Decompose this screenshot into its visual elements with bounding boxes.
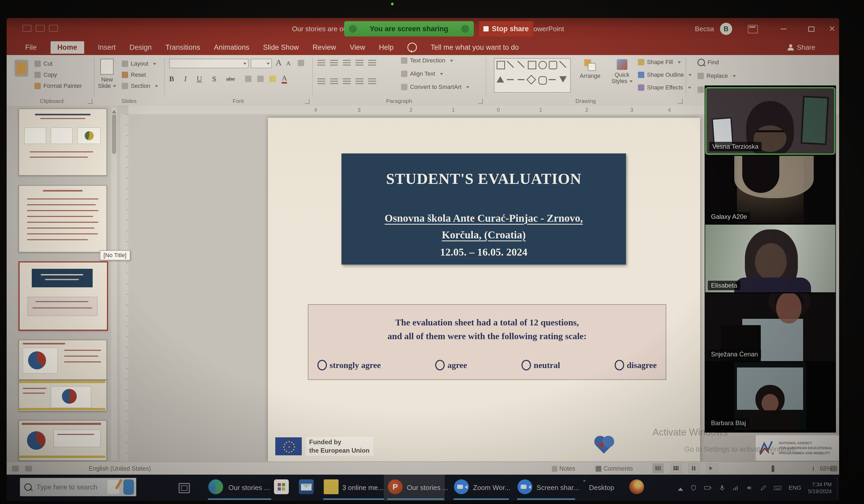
arrange-button[interactable]: Arrange — [580, 59, 600, 79]
slide-thumbnail-4[interactable] — [19, 340, 107, 380]
pen-icon[interactable] — [760, 484, 767, 491]
text-direction-button[interactable]: Text Direction — [401, 57, 453, 64]
zoom-workplace-label[interactable]: Zoom Wor... — [473, 475, 511, 501]
text-shadow-button[interactable]: S — [212, 75, 216, 83]
clear-format-icon[interactable] — [298, 60, 304, 66]
cut-button[interactable]: Cut — [34, 60, 52, 67]
desktop-toolbar[interactable]: Desktop — [589, 475, 614, 501]
meeting-notes-label[interactable]: 3 online me... — [342, 475, 384, 501]
participant-video[interactable]: Barbara Blaj — [705, 362, 836, 430]
align-left-icon[interactable] — [317, 78, 325, 85]
align-text-button[interactable]: Align Text — [401, 70, 443, 77]
restore-button[interactable] — [806, 24, 817, 33]
news-icon[interactable] — [123, 479, 134, 495]
align-right-icon[interactable] — [343, 78, 351, 85]
tab-transitions[interactable]: Transitions — [166, 44, 200, 52]
font-name-combobox[interactable] — [169, 59, 249, 68]
powerpoint-window-label[interactable]: Our stories ... — [407, 475, 448, 501]
shape-line-icon[interactable] — [507, 61, 514, 68]
stop-share-button[interactable]: Stop share — [479, 21, 533, 37]
tray-expand-icon[interactable] — [678, 485, 683, 491]
thumbnail-scrollbar[interactable] — [111, 107, 117, 460]
zoom-slider-thumb[interactable] — [772, 465, 774, 472]
tab-animations[interactable]: Animations — [214, 44, 249, 52]
language-button[interactable]: ENG — [789, 484, 801, 491]
sticky-notes-icon[interactable] — [324, 479, 338, 494]
clock[interactable]: 7:34 PM 5/19/2024 — [808, 481, 832, 495]
avatar[interactable]: B — [720, 23, 732, 35]
minimize-button[interactable] — [778, 24, 789, 33]
shape-effects-button[interactable]: Shape Effects — [638, 84, 691, 91]
shape-rectangle-icon[interactable] — [496, 61, 505, 69]
shield-icon[interactable] — [690, 484, 697, 491]
shape-arrow-icon[interactable] — [517, 61, 524, 68]
zoom-screenshare-icon[interactable] — [517, 479, 532, 494]
paste-button[interactable] — [14, 60, 28, 77]
normal-view-button[interactable] — [652, 464, 664, 473]
line-spacing-icon[interactable] — [368, 60, 376, 66]
rating-scale-box[interactable]: The evaluation sheet had a total of 12 q… — [308, 304, 666, 380]
tab-insert[interactable]: Insert — [98, 44, 116, 52]
new-slide-button[interactable]: New Slide — [98, 59, 116, 89]
shape-star-icon[interactable] — [559, 76, 567, 83]
spellcheck-icon[interactable] — [25, 466, 32, 471]
justify-icon[interactable] — [356, 78, 363, 85]
comments-button[interactable]: Comments — [596, 465, 633, 472]
bold-button[interactable]: B — [169, 75, 174, 83]
tab-design[interactable]: Design — [130, 44, 152, 52]
paragraph-dialog-launcher[interactable] — [478, 99, 483, 104]
redo-icon[interactable] — [49, 25, 58, 32]
scroll-up-arrow-icon[interactable] — [112, 108, 116, 113]
shapes-gallery[interactable] — [494, 58, 571, 93]
shape-scribble-icon[interactable] — [517, 76, 524, 83]
slideshow-view-button[interactable] — [707, 464, 718, 473]
tab-slide-show[interactable]: Slide Show — [263, 44, 299, 52]
find-button[interactable]: Find — [697, 59, 719, 66]
format-painter-button[interactable]: Format Painter — [34, 83, 82, 89]
drawing-dialog-launcher[interactable] — [678, 99, 683, 104]
microphone-icon[interactable] — [719, 484, 725, 491]
powerpoint-app-icon[interactable]: P — [388, 479, 403, 494]
zoom-mic-icon[interactable] — [349, 25, 357, 33]
shape-connector-icon[interactable] — [559, 61, 566, 68]
slide-title-box[interactable]: STUDENT'S EVALUATION Osnovna škola Ante … — [341, 153, 626, 265]
taskbar-search[interactable] — [20, 478, 136, 496]
slide-sorter-view-button[interactable] — [671, 464, 682, 473]
clipboard-dialog-launcher[interactable] — [88, 99, 92, 104]
slide[interactable]: STUDENT'S EVALUATION Osnovna škola Ante … — [268, 118, 700, 462]
decrease-font-icon[interactable]: A — [286, 60, 291, 67]
shape-oval-icon[interactable] — [538, 61, 547, 69]
close-button[interactable] — [827, 24, 837, 33]
align-center-icon[interactable] — [330, 78, 338, 85]
columns-icon[interactable] — [368, 78, 376, 85]
font-size-combobox[interactable] — [251, 59, 272, 68]
zoom-app-icon[interactable] — [454, 479, 469, 494]
bullets-icon[interactable] — [317, 60, 325, 66]
shape-blob-icon[interactable] — [538, 76, 547, 85]
strikethrough-button[interactable]: abc — [226, 75, 235, 83]
save-icon[interactable] — [23, 25, 32, 32]
slide-thumbnail-5[interactable] — [19, 380, 107, 411]
layout-button[interactable]: Layout — [122, 60, 156, 67]
store-app-icon[interactable] — [274, 479, 289, 494]
italic-button[interactable]: I — [184, 75, 187, 83]
screen-share-label[interactable]: Screen shar... — [537, 475, 579, 501]
tab-home[interactable]: Home — [50, 41, 84, 54]
highlight-color-icon[interactable] — [269, 76, 276, 82]
font-color-button[interactable]: A — [281, 74, 287, 84]
numbering-icon[interactable] — [330, 60, 338, 66]
slide-thumbnail-3-selected[interactable] — [19, 261, 108, 331]
slide-thumbnail-2[interactable] — [19, 185, 107, 253]
ribbon-display-options-icon[interactable] — [748, 25, 758, 33]
tab-file[interactable]: File — [25, 44, 37, 52]
replace-button[interactable]: Replace — [697, 73, 736, 79]
firefox-icon[interactable] — [629, 479, 644, 494]
shape-outline-button[interactable]: Shape Outline — [638, 71, 692, 78]
shape-diamond-icon[interactable] — [527, 75, 536, 85]
search-input[interactable] — [36, 483, 103, 492]
edge-browser-icon[interactable] — [208, 479, 223, 494]
language-indicator[interactable]: English (United States) — [89, 465, 151, 472]
underline-button[interactable]: U — [197, 75, 202, 83]
mail-app-icon[interactable] — [299, 479, 314, 494]
task-view-icon[interactable] — [179, 483, 190, 493]
